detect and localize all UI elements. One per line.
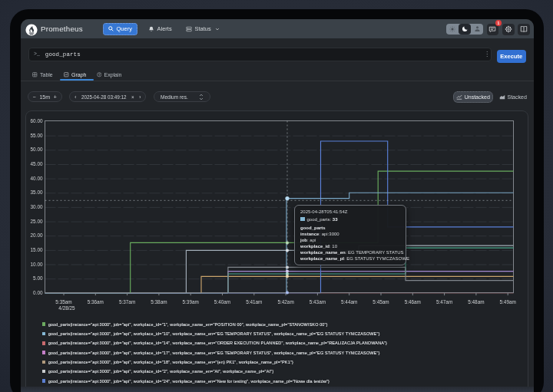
svg-text:5:40am: 5:40am [214, 299, 230, 305]
svg-text:20.00: 20.00 [31, 232, 43, 238]
svg-text:30.00: 30.00 [31, 204, 43, 209]
svg-text:5:41am: 5:41am [246, 299, 262, 305]
svg-text:5:37am: 5:37am [119, 299, 135, 305]
svg-text:5:39am: 5:39am [183, 299, 199, 305]
svg-text:5:49am: 5:49am [500, 299, 516, 305]
svg-text:5:42am: 5:42am [277, 299, 293, 305]
svg-text:10.00: 10.00 [31, 262, 43, 267]
svg-text:5:44am: 5:44am [341, 299, 357, 305]
svg-text:5:35am: 5:35am [55, 299, 71, 305]
svg-text:60.00: 60.00 [31, 118, 43, 124]
svg-text:5:36am: 5:36am [88, 299, 104, 305]
svg-text:5:48am: 5:48am [468, 299, 484, 305]
svg-text:40.00: 40.00 [31, 176, 43, 181]
svg-text:50.00: 50.00 [31, 147, 43, 152]
svg-text:5.00: 5.00 [33, 275, 43, 281]
svg-text:0.00: 0.00 [33, 290, 43, 295]
svg-text:5:43am: 5:43am [310, 299, 326, 305]
svg-text:5:47am: 5:47am [436, 299, 452, 305]
svg-text:5:38am: 5:38am [151, 299, 167, 305]
svg-text:5:46am: 5:46am [405, 299, 421, 305]
svg-text:15.00: 15.00 [31, 247, 43, 252]
svg-text:55.00: 55.00 [31, 133, 43, 138]
svg-text:35.00: 35.00 [31, 189, 43, 195]
svg-text:25.00: 25.00 [31, 219, 43, 224]
svg-text:4/28/25: 4/28/25 [58, 305, 75, 311]
svg-text:45.00: 45.00 [31, 161, 43, 166]
svg-text:5:45am: 5:45am [373, 299, 389, 305]
